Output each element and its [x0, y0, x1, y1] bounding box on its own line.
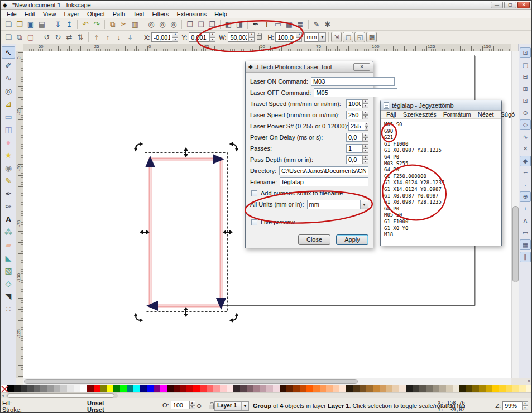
- notepad-menu-nézet[interactable]: Nézet: [475, 111, 497, 118]
- x-field-spinner[interactable]: ▲▼: [172, 32, 178, 42]
- palette-swatch[interactable]: [419, 385, 426, 392]
- palette-swatch[interactable]: [186, 385, 193, 392]
- palette-swatch[interactable]: [213, 385, 220, 392]
- horizontal-scrollbar-thumb[interactable]: [24, 379, 358, 384]
- mesh-tool[interactable]: ◇: [2, 277, 15, 290]
- spinner[interactable]: ▲▼: [362, 155, 368, 164]
- chevron-down-icon[interactable]: ▼: [241, 402, 248, 410]
- undo-button[interactable]: ↶: [80, 19, 91, 30]
- palette-swatch[interactable]: [373, 385, 380, 392]
- snap-page-border[interactable]: ▭: [520, 228, 531, 238]
- eraser-tool[interactable]: ▰: [2, 239, 15, 251]
- snap-guides[interactable]: ∥: [520, 252, 531, 262]
- palette-swatch[interactable]: [313, 385, 320, 392]
- palette-swatch[interactable]: [47, 385, 54, 392]
- snap-rotation-centers[interactable]: +: [520, 204, 531, 214]
- fill-value[interactable]: Unset: [87, 400, 104, 406]
- palette-swatch[interactable]: [193, 385, 200, 392]
- palette-swatch[interactable]: [399, 385, 406, 392]
- palette-swatch[interactable]: [353, 385, 360, 392]
- palette-swatch[interactable]: [459, 385, 466, 392]
- palette-swatch[interactable]: [492, 385, 499, 392]
- select-all-layers-button[interactable]: ⧉: [14, 32, 25, 42]
- scale-gradient-toggle[interactable]: ◱: [354, 32, 365, 42]
- notepad-text-area[interactable]: M05 S0G90G21G1 F1000G1 X0.0987 Y28.1235G…: [381, 119, 501, 245]
- palette-swatch[interactable]: [439, 385, 446, 392]
- rotate-ccw-button[interactable]: ↺: [41, 32, 52, 42]
- menu-view[interactable]: View: [39, 11, 60, 17]
- snap-text-baseline[interactable]: A: [520, 215, 531, 226]
- palette-swatch[interactable]: [472, 385, 479, 392]
- spin-input[interactable]: [346, 133, 363, 142]
- bezier-pen-tool[interactable]: ✒: [2, 188, 15, 200]
- scale-stroke-toggle[interactable]: ⇲: [331, 32, 342, 42]
- ungroup-objects-button[interactable]: ◨: [234, 19, 245, 30]
- calligraphy-tool[interactable]: ✑: [2, 200, 15, 213]
- horizontal-ruler[interactable]: -50-250255075100125150: [23, 44, 511, 51]
- spray-tool[interactable]: ⁂: [2, 226, 15, 238]
- palette-swatch[interactable]: [74, 385, 80, 392]
- node-tool[interactable]: ✐: [2, 59, 15, 71]
- palette-swatch[interactable]: [67, 385, 74, 392]
- notepad-menu-formátum[interactable]: Formátum: [440, 111, 475, 118]
- spin-input[interactable]: [348, 122, 365, 131]
- checkbox[interactable]: [251, 190, 257, 196]
- palette-swatch[interactable]: [80, 385, 87, 392]
- new-document-button[interactable]: ❏: [3, 19, 14, 30]
- zoom-page-button[interactable]: ◎: [168, 19, 179, 30]
- snap-bbox-centers[interactable]: ⊙: [520, 108, 531, 118]
- palette-swatch[interactable]: [360, 385, 366, 392]
- menu-help[interactable]: Help: [210, 11, 231, 17]
- cut-button[interactable]: ✂: [118, 19, 130, 30]
- snap-bbox-edge-midpoints[interactable]: ⊡: [520, 95, 531, 106]
- palette-swatch[interactable]: [180, 385, 186, 392]
- palette-swatch[interactable]: [512, 385, 519, 392]
- redo-button[interactable]: ↷: [91, 19, 102, 30]
- palette-swatch[interactable]: [300, 385, 306, 392]
- palette-swatch[interactable]: [446, 385, 453, 392]
- palette-swatch[interactable]: [413, 385, 419, 392]
- palette-swatch[interactable]: [160, 385, 167, 392]
- stroke-value[interactable]: Unset: [87, 406, 104, 413]
- snap-bbox-corners[interactable]: ⊞: [520, 84, 531, 94]
- vertical-scrollbar-thumb[interactable]: [512, 206, 519, 282]
- palette-swatch[interactable]: [426, 385, 433, 392]
- palette-swatch[interactable]: [506, 385, 512, 392]
- h-field-spinner[interactable]: ▲▼: [296, 32, 302, 42]
- lock-ratio-icon[interactable]: [257, 35, 262, 40]
- deselect-button[interactable]: ▢: [25, 32, 36, 42]
- palette-scrollbar-thumb[interactable]: [7, 393, 114, 398]
- connector-tool[interactable]: ∷: [2, 303, 15, 315]
- units-select[interactable]: mm ▼: [304, 32, 326, 42]
- raise-button[interactable]: ↑: [102, 32, 113, 42]
- snap-bbox-edges[interactable]: ⊟: [520, 71, 531, 82]
- palette-swatch[interactable]: [280, 385, 286, 392]
- palette-swatch[interactable]: [306, 385, 313, 392]
- paint-bucket-tool[interactable]: ◣: [2, 252, 15, 264]
- menu-extensions[interactable]: Extensions: [173, 11, 211, 17]
- snap-object-centers[interactable]: ⊕: [520, 191, 531, 202]
- menu-text[interactable]: Text: [129, 11, 148, 17]
- zoom-spinner[interactable]: ▲▼: [522, 401, 528, 410]
- opacity-spinner[interactable]: ▲▼: [189, 401, 195, 409]
- text-input[interactable]: [311, 77, 395, 86]
- menu-filters[interactable]: Filters: [148, 11, 173, 17]
- units-dropdown[interactable]: mm▼: [307, 200, 368, 209]
- palette-swatch[interactable]: [14, 385, 21, 392]
- palette-swatch[interactable]: [386, 385, 393, 392]
- tweak-tool[interactable]: ∿: [2, 72, 15, 84]
- palette-swatch[interactable]: [266, 385, 273, 392]
- menu-path[interactable]: Path: [109, 11, 130, 17]
- palette-swatch[interactable]: [113, 385, 120, 392]
- select-all-button[interactable]: ❏: [3, 32, 14, 42]
- palette-swatch[interactable]: [366, 385, 373, 392]
- palette-swatch[interactable]: [286, 385, 293, 392]
- vertical-ruler[interactable]: 0-25-50-75-100-125: [16, 51, 23, 378]
- spin-input[interactable]: [346, 111, 363, 119]
- raise-to-top-button[interactable]: ⤒: [91, 32, 102, 42]
- text-input[interactable]: [279, 166, 368, 175]
- palette-swatch[interactable]: [479, 385, 486, 392]
- palette-swatch[interactable]: [100, 385, 107, 392]
- ellipse-tool[interactable]: ●: [2, 136, 15, 148]
- text-dialog-button[interactable]: T: [261, 19, 272, 30]
